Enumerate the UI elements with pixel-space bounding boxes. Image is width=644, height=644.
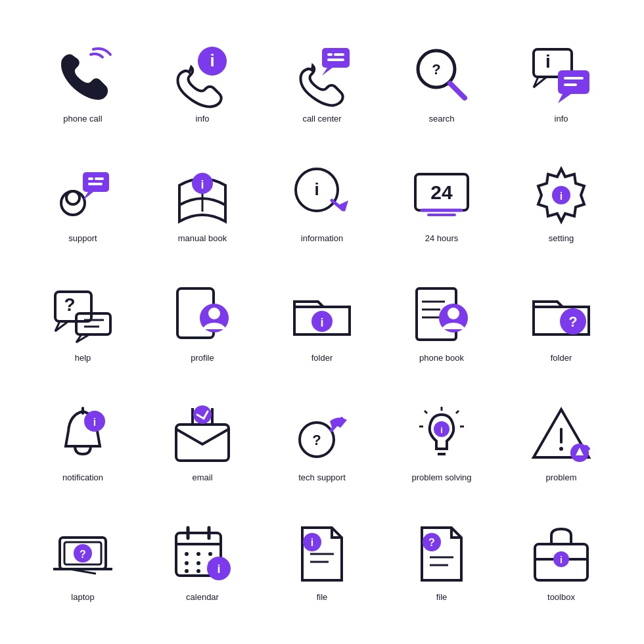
svg-rect-15 bbox=[564, 83, 577, 86]
support-icon bbox=[50, 162, 116, 228]
svg-point-92 bbox=[196, 552, 200, 556]
help-label: help bbox=[75, 353, 91, 363]
svg-point-64 bbox=[193, 405, 212, 424]
manual-book-label: manual book bbox=[178, 233, 227, 243]
svg-point-94 bbox=[185, 561, 189, 565]
icon-cell-tech-support: ? tech support bbox=[265, 385, 379, 498]
icon-cell-profile: profile bbox=[146, 265, 259, 379]
tech-support-label: tech support bbox=[298, 472, 346, 482]
calendar-label: calendar bbox=[186, 592, 219, 602]
svg-text:?: ? bbox=[428, 537, 435, 548]
svg-marker-29 bbox=[338, 200, 348, 212]
svg-text:i: i bbox=[200, 178, 204, 191]
icon-cell-laptop: ? laptop bbox=[26, 505, 139, 618]
notification-label: notification bbox=[62, 472, 103, 482]
folder-info-label: folder bbox=[311, 353, 333, 363]
svg-text:?: ? bbox=[64, 294, 75, 315]
svg-text:i: i bbox=[217, 563, 220, 576]
email-icon bbox=[170, 402, 235, 467]
search-label: search bbox=[428, 114, 454, 124]
setting-label: setting bbox=[549, 233, 574, 243]
toolbox-label: toolbox bbox=[547, 592, 575, 602]
tech-support-icon: ? bbox=[289, 402, 355, 467]
icon-cell-info-phone: i info bbox=[146, 26, 259, 139]
file-q-icon: ? bbox=[409, 521, 474, 587]
icon-cell-support: support bbox=[26, 146, 139, 259]
svg-text:i: i bbox=[210, 51, 214, 70]
svg-point-45 bbox=[208, 308, 220, 319]
svg-text:i: i bbox=[545, 51, 551, 72]
icon-cell-folder-q: ? folder bbox=[505, 265, 618, 379]
icon-cell-notification: i notification bbox=[26, 385, 139, 498]
icon-cell-file-info: i file bbox=[265, 505, 379, 618]
notification-icon: i bbox=[50, 402, 116, 467]
svg-text:i: i bbox=[311, 537, 313, 548]
svg-text:i: i bbox=[560, 555, 563, 565]
svg-point-97 bbox=[185, 569, 189, 573]
svg-rect-19 bbox=[83, 172, 109, 192]
icon-cell-problem: problem bbox=[505, 385, 618, 498]
svg-rect-61 bbox=[176, 425, 229, 461]
profile-label: profile bbox=[191, 353, 214, 363]
file-q-label: file bbox=[436, 592, 448, 602]
svg-rect-4 bbox=[334, 53, 344, 56]
svg-text:?: ? bbox=[312, 432, 321, 448]
svg-line-73 bbox=[456, 411, 459, 413]
phone-book-icon bbox=[409, 282, 474, 348]
svg-rect-2 bbox=[322, 48, 350, 68]
problem-icon bbox=[528, 402, 594, 467]
icon-cell-phone-call: phone call bbox=[26, 26, 139, 139]
svg-rect-22 bbox=[88, 183, 103, 185]
information-label: information bbox=[301, 233, 343, 243]
svg-rect-5 bbox=[327, 58, 344, 61]
icon-grid: phone call i info call center bbox=[7, 7, 637, 637]
manual-book-icon: i bbox=[170, 162, 235, 228]
information-icon: i bbox=[289, 162, 355, 228]
icon-cell-folder-info: i folder bbox=[265, 265, 379, 379]
svg-rect-21 bbox=[95, 177, 104, 180]
email-label: email bbox=[192, 472, 212, 482]
icon-cell-help: ? help bbox=[26, 265, 139, 379]
icon-cell-file-q: ? file bbox=[385, 505, 498, 618]
svg-point-54 bbox=[448, 308, 459, 319]
file-info-icon: i bbox=[289, 521, 355, 587]
help-icon: ? bbox=[50, 282, 116, 348]
svg-marker-23 bbox=[83, 192, 93, 200]
svg-text:?: ? bbox=[80, 549, 86, 560]
svg-rect-13 bbox=[558, 70, 589, 94]
svg-marker-12 bbox=[534, 77, 547, 87]
svg-rect-14 bbox=[564, 77, 584, 80]
profile-icon bbox=[170, 282, 235, 348]
svg-marker-6 bbox=[322, 68, 333, 76]
info-phone-label: info bbox=[196, 114, 210, 124]
24-hours-icon: 24 bbox=[409, 162, 474, 228]
svg-marker-16 bbox=[558, 94, 571, 103]
svg-rect-39 bbox=[76, 313, 110, 334]
icon-cell-calendar: i calendar bbox=[146, 505, 259, 618]
icon-cell-manual-book: i manual book bbox=[146, 146, 259, 259]
svg-line-72 bbox=[425, 411, 427, 413]
phone-book-label: phone book bbox=[419, 353, 464, 363]
svg-text:i: i bbox=[560, 191, 563, 202]
folder-q-icon: ? bbox=[528, 282, 594, 348]
icon-cell-information: i information bbox=[265, 146, 379, 259]
problem-label: problem bbox=[546, 472, 577, 482]
svg-line-9 bbox=[450, 83, 465, 98]
icon-cell-phone-book: phone book bbox=[385, 265, 498, 379]
svg-point-98 bbox=[196, 569, 200, 573]
svg-text:24: 24 bbox=[430, 181, 453, 203]
problem-solving-label: problem solving bbox=[411, 472, 471, 482]
file-info-label: file bbox=[317, 592, 328, 602]
phone-call-icon bbox=[50, 43, 116, 108]
icon-cell-toolbox: i toolbox bbox=[505, 505, 618, 618]
svg-point-95 bbox=[196, 561, 200, 565]
problem-solving-icon: i bbox=[409, 402, 474, 467]
icon-cell-problem-solving: i problem solving bbox=[385, 385, 498, 498]
call-center-label: call center bbox=[302, 114, 341, 124]
svg-point-78 bbox=[559, 447, 563, 451]
icon-cell-search: ? search bbox=[385, 26, 498, 139]
svg-point-91 bbox=[185, 552, 189, 556]
icon-cell-email: email bbox=[146, 385, 259, 498]
calendar-icon: i bbox=[170, 521, 235, 587]
info-phone-icon: i bbox=[170, 43, 235, 108]
